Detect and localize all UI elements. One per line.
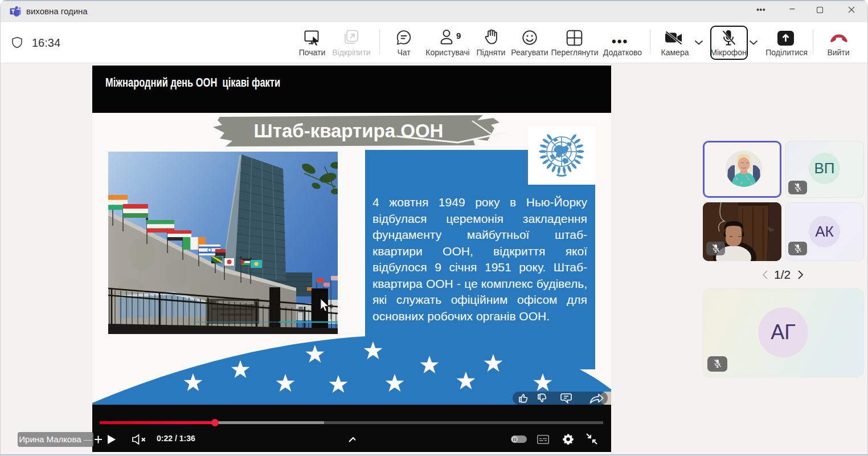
svg-text:9: 9 <box>456 31 461 40</box>
